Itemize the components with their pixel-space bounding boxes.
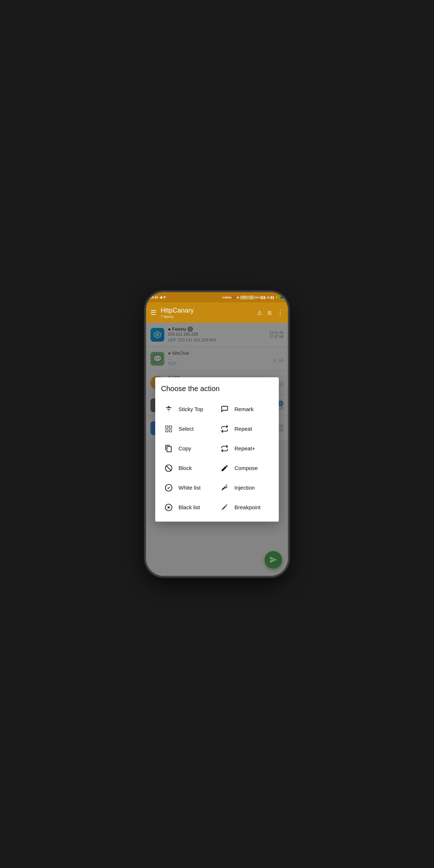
app-bar-icons: ⚠ ≣ ⋮ [257, 309, 284, 317]
mute-icon: 🔇 [232, 296, 236, 299]
injection-item[interactable]: Injection [217, 478, 273, 498]
dialog-grid: Sticky Top Remark [161, 399, 273, 517]
select-icon [164, 424, 173, 434]
screen-content: 14:24 ◀ P 0.0KB/s 🔇 ⏰ VPN HD 4G+ ▌▌▌ 3G … [146, 292, 288, 576]
white-list-icon [164, 483, 173, 493]
parking-icon: P [164, 296, 166, 299]
white-list-item[interactable]: White list [161, 478, 217, 498]
network-type: 4G+ [255, 296, 260, 299]
block-icon [164, 463, 173, 473]
signal-icon: ▌▌▌ [261, 296, 266, 299]
white-list-label: White list [178, 485, 201, 491]
remark-item[interactable]: Remark [217, 399, 273, 419]
dialog-overlay[interactable]: Choose the action Sticky Top [146, 323, 288, 576]
svg-rect-2 [166, 426, 168, 428]
breakpoint-icon [220, 503, 229, 512]
sticky-top-icon [164, 405, 173, 414]
black-list-item[interactable]: Black list [161, 498, 217, 517]
more-icon[interactable]: ⋮ [277, 309, 284, 317]
app-subtitle: 7 items [161, 314, 253, 319]
time-display: 14:24 [150, 296, 158, 299]
compose-icon [220, 463, 229, 473]
repeat-plus-item[interactable]: Repeat+ [217, 439, 273, 458]
svg-rect-3 [169, 426, 172, 428]
phone-frame: 14:24 ◀ P 0.0KB/s 🔇 ⏰ VPN HD 4G+ ▌▌▌ 3G … [146, 292, 288, 576]
select-label: Select [178, 426, 194, 432]
remark-icon [220, 405, 229, 414]
content-wrapper: ● Feishu 1 223.111.101.228 UDP 223.111.1… [146, 323, 288, 576]
injection-icon [220, 483, 229, 493]
injection-label: Injection [234, 485, 255, 491]
remark-label: Remark [234, 406, 254, 412]
status-bar: 14:24 ◀ P 0.0KB/s 🔇 ⏰ VPN HD 4G+ ▌▌▌ 3G … [146, 292, 288, 302]
black-list-icon [164, 503, 173, 512]
block-label: Block [178, 465, 192, 471]
vpn-badge: VPN [240, 296, 248, 299]
black-list-label: Black list [178, 504, 200, 510]
dialog-title: Choose the action [161, 385, 273, 393]
phone-screen: 14:24 ◀ P 0.0KB/s 🔇 ⏰ VPN HD 4G+ ▌▌▌ 3G … [146, 292, 288, 576]
menu-button[interactable]: ☰ [150, 309, 156, 317]
repeat-icon [220, 424, 229, 434]
breakpoint-label: Breakpoint [234, 504, 261, 510]
warning-icon[interactable]: ⚠ [257, 309, 262, 316]
svg-line-7 [166, 466, 171, 470]
svg-rect-5 [169, 429, 172, 431]
navigation-icon: ◀ [160, 296, 162, 299]
repeat-label: Repeat [234, 426, 252, 432]
action-dialog: Choose the action Sticky Top [155, 377, 279, 522]
repeat-plus-icon [220, 444, 229, 453]
svg-rect-4 [166, 429, 168, 431]
charging-icon: ⚡ [275, 296, 278, 299]
status-left: 14:24 ◀ P [150, 296, 166, 299]
app-bar-title: HttpCanary 7 items [161, 307, 253, 319]
repeat-item[interactable]: Repeat [217, 419, 273, 439]
background-list: ● Feishu 1 223.111.101.228 UDP 223.111.1… [146, 323, 288, 576]
hd-badge: HD [248, 296, 254, 299]
signal-icon2: ▌▌ [271, 296, 274, 299]
select-item[interactable]: Select [161, 419, 217, 439]
app-bar: ☰ HttpCanary 7 items ⚠ ≣ ⋮ [146, 302, 288, 323]
sticky-top-label: Sticky Top [178, 406, 203, 412]
compose-item[interactable]: Compose [217, 458, 273, 478]
breakpoint-item[interactable]: Breakpoint [217, 498, 273, 517]
copy-icon [164, 444, 173, 453]
filter-icon[interactable]: ≣ [267, 309, 272, 316]
block-item[interactable]: Block [161, 458, 217, 478]
sticky-top-item[interactable]: Sticky Top [161, 399, 217, 419]
network-speed: 0.0KB/s [222, 296, 232, 299]
network-type2: 3G [267, 296, 270, 299]
copy-label: Copy [178, 445, 191, 451]
battery-level: 99 [279, 296, 284, 299]
copy-item[interactable]: Copy [161, 439, 217, 458]
app-title: HttpCanary [161, 307, 253, 314]
alarm-icon: ⏰ [236, 296, 240, 299]
compose-label: Compose [234, 465, 258, 471]
status-right: 0.0KB/s 🔇 ⏰ VPN HD 4G+ ▌▌▌ 3G ▌▌ ⚡ 99 [222, 296, 284, 299]
repeat-plus-label: Repeat+ [234, 445, 255, 451]
